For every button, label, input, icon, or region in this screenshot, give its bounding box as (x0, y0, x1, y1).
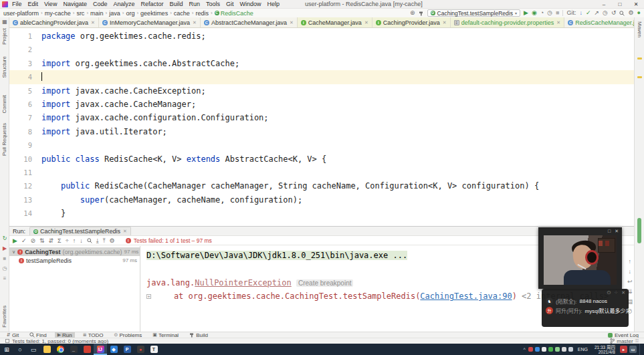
start-button[interactable]: ⊞ (0, 344, 13, 355)
menu-view[interactable]: View (44, 1, 57, 7)
rollback-icon[interactable]: ↺ (611, 9, 617, 17)
profile-icon[interactable]: ⊛ (410, 9, 415, 17)
tab-ablecachingprovider-java[interactable]: CableCachingProvider.java✕ (9, 17, 99, 27)
rerun-failed-icon[interactable]: ▶ (1, 245, 8, 252)
chrome-icon[interactable] (53, 344, 67, 355)
menu-git[interactable]: Git (226, 1, 234, 7)
code-editor[interactable]: 1package org.geektimes.cache.redis;23imp… (9, 28, 634, 226)
line-number[interactable]: 4 (9, 70, 41, 84)
minimize-button[interactable]: – (596, 0, 612, 9)
debug-button[interactable]: ◉ (532, 9, 537, 17)
exception-link[interactable]: NullPointerException (195, 278, 292, 287)
breadcrumb-item[interactable]: my-cache (45, 10, 71, 17)
tray-icon-3[interactable] (542, 347, 546, 352)
chat-power-icon[interactable]: ⏻ (607, 290, 611, 295)
breadcrumb-item[interactable]: geektimes (140, 10, 168, 17)
menu-refactor[interactable]: Refactor (140, 1, 163, 7)
search-icon[interactable]: ○ (13, 344, 27, 355)
tool-button-pull-requests[interactable]: Pull Requests (1, 123, 7, 156)
rerun-icon[interactable]: ▶ (13, 236, 17, 245)
menu-build[interactable]: Build (169, 1, 183, 7)
tool-button-project[interactable]: Project (1, 28, 7, 45)
breadcrumb-item[interactable]: CRedisCache (215, 10, 253, 17)
blue-p-icon[interactable]: P (120, 344, 134, 355)
breadcrumb-item[interactable]: src (76, 10, 84, 17)
webcam-overlay[interactable]: □ ✕ (538, 227, 622, 289)
tab-inmemorycachemanager-java[interactable]: CInMemoryCacheManager.java✕ (99, 17, 201, 27)
menu-help[interactable]: Help (267, 1, 280, 7)
import-results-icon[interactable]: ⤓ (96, 236, 99, 245)
close-icon[interactable]: ✕ (443, 20, 447, 25)
tray-icon-4[interactable] (548, 347, 553, 352)
history-icon[interactable]: ◷ (603, 9, 608, 17)
tool-button-structure[interactable]: Structure (1, 56, 7, 78)
tray-icon-7[interactable] (568, 347, 573, 352)
project-tool-icon[interactable]: ▦ (1, 19, 8, 25)
line-number[interactable]: 9 (9, 138, 41, 152)
breadcrumb-item[interactable]: user-platform (3, 10, 39, 17)
line-number[interactable]: 5 (9, 84, 41, 98)
warning-stripe-mark[interactable] (637, 57, 642, 60)
expand-all-icon[interactable]: Σ (58, 236, 62, 245)
run-button[interactable]: ▶ (524, 9, 528, 17)
close-icon[interactable]: ✕ (290, 20, 294, 25)
line-number[interactable]: 8 (9, 125, 41, 138)
webcam-close-icon[interactable]: ✕ (615, 229, 619, 234)
tray-icon-2[interactable] (535, 347, 540, 352)
run-tab[interactable]: ⊙ CachingTest.testSampleRedis ✕ (29, 227, 131, 235)
close-icon[interactable]: ✕ (193, 20, 197, 25)
scrollbar-thumb[interactable] (637, 218, 641, 243)
tray-icon-1[interactable] (528, 347, 533, 352)
test-tree-row[interactable]: !testSampleRedis97 ms (9, 256, 140, 265)
terminal-icon[interactable]: _ (67, 344, 80, 355)
breadcrumb-item[interactable]: org (126, 10, 134, 17)
menu-navigate[interactable]: Navigate (63, 1, 87, 7)
profiler-button[interactable]: ◷ (547, 9, 552, 17)
line-number[interactable]: 7 (9, 111, 41, 124)
input-language[interactable]: ENG (576, 347, 590, 352)
gradle-icon[interactable]: ● (637, 9, 641, 17)
menu-edit[interactable]: Edit (28, 1, 39, 7)
sort-duration-icon[interactable]: ⇵ (49, 236, 54, 245)
maven-tool-button[interactable]: Maven (637, 21, 643, 37)
line-number[interactable]: 14 (9, 207, 41, 220)
export-results-icon[interactable]: ⤒ (103, 236, 106, 245)
show-desktop-button[interactable] (639, 344, 641, 355)
close-icon[interactable]: ✕ (123, 229, 127, 234)
push-icon[interactable]: ↗ (595, 9, 600, 17)
line-number[interactable]: 12 (9, 179, 41, 193)
line-number[interactable]: 1 (9, 29, 41, 43)
task-view-icon[interactable]: ▭ (27, 344, 40, 355)
close-icon[interactable]: ✕ (556, 20, 560, 25)
menu-analyze[interactable]: Analyze (113, 1, 134, 7)
update-project-icon[interactable]: ↓ (579, 9, 582, 17)
chevron-down-icon[interactable]: ∨ (12, 249, 15, 255)
line-number[interactable]: 10 (9, 152, 41, 166)
pin-tab-icon[interactable]: ≡ (1, 275, 8, 282)
build-hammer-icon[interactable] (419, 9, 424, 17)
fold-expand-icon[interactable]: + (146, 294, 151, 299)
breadcrumb-item[interactable]: main (90, 10, 104, 17)
record-app-icon[interactable]: ● (134, 344, 147, 355)
recorder-tray-icon[interactable]: ▸ (620, 346, 627, 353)
blue-compass-icon[interactable]: ◆ (107, 344, 120, 355)
t-app-icon[interactable]: T (147, 344, 160, 355)
test-search-icon[interactable] (87, 236, 92, 245)
menu-file[interactable]: File (12, 1, 22, 7)
breadcrumb-item[interactable]: cache (174, 10, 190, 17)
tool-button-favorites[interactable]: Favorites (1, 306, 7, 328)
stacktrace-link[interactable]: CachingTest.java:90 (420, 291, 512, 301)
webcam-maximize-icon[interactable]: □ (608, 229, 611, 233)
breadcrumb-item[interactable]: redis (196, 10, 209, 17)
close-icon[interactable]: ✕ (364, 20, 368, 25)
coverage-button[interactable]: ◔ (540, 9, 544, 17)
settings-icon[interactable]: ⚙ (628, 9, 633, 17)
tray-icon-6[interactable] (562, 347, 566, 352)
taskbar-clock[interactable]: 21:33 周四 2021/4/8 (593, 345, 617, 354)
maximize-button[interactable]: □ (612, 0, 628, 9)
chat-settings-icon[interactable]: ⁘ (614, 290, 618, 295)
create-breakpoint-hint[interactable]: Create breakpoint (296, 279, 354, 287)
next-failed-icon[interactable]: ↓ (80, 236, 83, 245)
show-ignored-icon[interactable]: ⊘ (30, 236, 35, 245)
line-number[interactable]: 2 (9, 43, 41, 56)
